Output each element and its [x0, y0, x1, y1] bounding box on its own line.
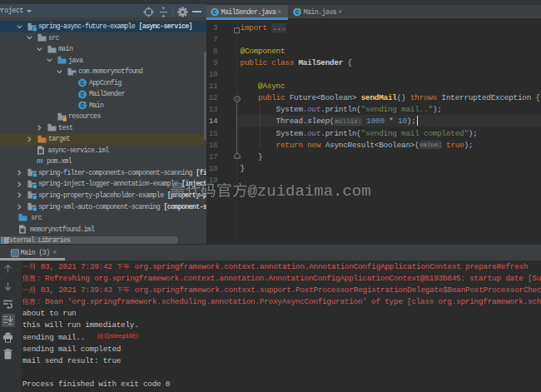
- svg-text:C: C: [213, 9, 217, 16]
- svg-text:C: C: [80, 80, 84, 87]
- svg-text:C: C: [80, 92, 84, 98]
